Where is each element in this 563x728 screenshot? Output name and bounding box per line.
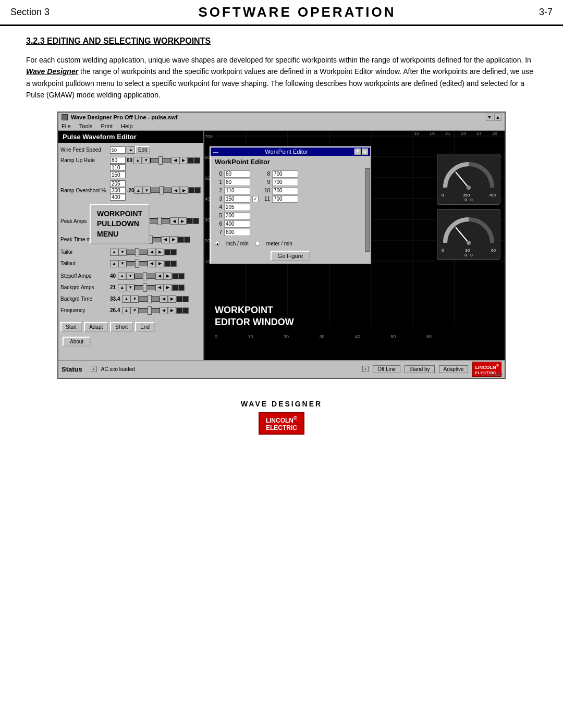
pwe-ros-up[interactable]: ▲ [134, 187, 142, 194]
footer-lincoln-badge: LINCOLN® ELECTRIC [259, 412, 305, 435]
menu-file[interactable]: File [62, 123, 71, 129]
wd-maximize-btn[interactable]: ▲ [494, 114, 501, 121]
pwe-ptms-right[interactable]: ▶ [169, 236, 178, 243]
pwe-stepoff-slider[interactable] [134, 274, 155, 279]
wpe-field-6[interactable]: 400 [224, 220, 250, 228]
pwe-pa-slider[interactable] [149, 218, 170, 224]
pwe-wfs-edit[interactable]: Edit [135, 146, 150, 154]
pwe-stepoff-dn[interactable]: ▼ [126, 273, 134, 280]
svg-line-22 [456, 227, 469, 243]
pwe-tailor-up[interactable]: ▲ [110, 249, 118, 256]
pwe-rur-dn[interactable]: ▼ [142, 157, 150, 164]
pwe-backamps-left[interactable]: ◀ [155, 284, 164, 291]
menu-help[interactable]: Help [121, 123, 133, 129]
pwe-pa-left[interactable]: ◀ [170, 217, 178, 225]
wpe-minimize-btn[interactable]: ▼ [354, 149, 361, 155]
pwe-backtime-slider[interactable] [139, 297, 160, 302]
pwe-row-wfs: Wire Feed Speed 50 ▲ Edit [58, 145, 203, 155]
pwe-stepoff-right[interactable]: ▶ [164, 273, 172, 280]
pwe-backtime-left[interactable]: ◀ [160, 295, 168, 303]
wpe-maximize-btn[interactable]: ▲ [362, 149, 368, 155]
pwe-stepoff-up[interactable]: ▲ [118, 273, 126, 280]
wd-titlebar-title: Wave Designer Pro Off Line - pulse.swf [71, 114, 177, 120]
pwe-freq-slider[interactable] [139, 308, 160, 313]
pwe-tailout-right[interactable]: ▶ [156, 260, 164, 267]
pwe-backtime-dn[interactable]: ▼ [130, 295, 139, 303]
btn-standby[interactable]: Stand by [405, 365, 434, 373]
wpe-field-3[interactable]: 150 [224, 195, 250, 203]
pwe-backamps-dn[interactable]: ▼ [126, 284, 134, 291]
pwe-freq-ind [176, 307, 182, 314]
page-footer: WAVE DESIGNER LINCOLN® ELECTRIC [26, 379, 537, 445]
btn-about[interactable]: About [63, 337, 91, 347]
pwe-backamps-slider[interactable] [134, 285, 155, 290]
wpe-radio-meter[interactable] [255, 241, 260, 246]
pwe-tailor-slider[interactable] [127, 250, 148, 255]
status-plus-icon2[interactable]: + [362, 366, 369, 372]
wpe-field-1[interactable]: 80 [224, 179, 250, 186]
wpe-field-0[interactable]: 80 [224, 170, 250, 178]
pwe-tailor-left[interactable]: ◀ [148, 249, 156, 256]
wpe-item-9: 9 700 [263, 178, 298, 187]
pwe-freq-up[interactable]: ▲ [122, 307, 130, 314]
wpe-field-7[interactable]: 600 [224, 229, 250, 236]
wpe-check-3[interactable]: ✓ [252, 196, 259, 202]
wpe-field-5[interactable]: 300 [224, 212, 250, 219]
pwe-tailor-dn[interactable]: ▼ [118, 249, 127, 256]
status-plus-icon[interactable]: + [91, 366, 97, 372]
wpe-field-8[interactable]: 700 [272, 170, 298, 178]
pwe-ros-dn[interactable]: ▼ [142, 187, 151, 194]
pwe-rur-up[interactable]: ▲ [133, 157, 142, 164]
btn-end[interactable]: End [135, 322, 155, 332]
content-area: 3.2.3 EDITING AND SELECTING WORKPOINTS F… [0, 26, 563, 455]
workpoint-pulldown-menu[interactable]: WORKPOINT PULLDOWN MENU [90, 204, 150, 245]
gauge-1-labels: 0 350 700 [439, 193, 498, 198]
pwe-tailout-left[interactable]: ◀ [148, 260, 156, 267]
wpe-radio-inch[interactable] [215, 241, 220, 246]
wpe-field-4[interactable]: 205 [224, 204, 250, 211]
btn-offline[interactable]: Off Line [373, 365, 400, 373]
btn-go-figure[interactable]: Go Figure [271, 251, 311, 261]
pwe-wfs-up[interactable]: ▲ [127, 146, 135, 154]
pwe-pa-right[interactable]: ▶ [178, 217, 187, 225]
pwe-tailout-up[interactable]: ▲ [110, 260, 118, 267]
pwe-ptms-left[interactable]: ◀ [161, 236, 169, 243]
pwe-rur-left[interactable]: ◀ [171, 157, 179, 164]
pwe-rur-slider[interactable] [150, 158, 171, 163]
pwe-freq-dn[interactable]: ▼ [130, 307, 139, 314]
pwe-freq-left[interactable]: ◀ [160, 307, 168, 314]
pwe-rur-right[interactable]: ▶ [179, 157, 188, 164]
pwe-stepoff-left[interactable]: ◀ [155, 273, 164, 280]
pwe-backtime-up[interactable]: ▲ [122, 295, 130, 303]
btn-start[interactable]: Start [60, 322, 82, 332]
gauge-2-min: 0 [442, 248, 444, 253]
pwe-ros-slider[interactable] [151, 188, 172, 193]
menu-print[interactable]: Print [101, 123, 113, 129]
btn-short[interactable]: Short [110, 322, 133, 332]
pwe-ros-right[interactable]: ▶ [180, 187, 188, 194]
pwe-backtime-right[interactable]: ▶ [168, 295, 176, 303]
wpe-scrollbar[interactable] [365, 168, 370, 252]
footer-title: WAVE DESIGNER [26, 400, 537, 408]
wpe-field-2[interactable]: 110 [224, 187, 250, 194]
pwe-wfs-dropdown[interactable]: 50 [110, 146, 126, 154]
btn-adapt[interactable]: Adapt [84, 322, 108, 332]
pwe-tailor-right[interactable]: ▶ [156, 249, 164, 256]
pwe-tailout-ind2 [170, 261, 177, 267]
wpe-overlay-line1: WORKPOINT [215, 304, 294, 316]
menu-tools[interactable]: Tools [79, 123, 93, 129]
pwe-freq-right[interactable]: ▶ [168, 307, 176, 314]
pwe-tailout-dn[interactable]: ▼ [118, 260, 127, 267]
pwe-backamps-right[interactable]: ▶ [164, 284, 172, 291]
wd-minimize-btn[interactable]: ▼ [486, 114, 493, 121]
pwe-title: Pulse Waveform Editor [58, 131, 203, 143]
wpe-left-col: 0 80 1 80 2 110 [215, 170, 259, 237]
pwe-backamps-up[interactable]: ▲ [118, 284, 126, 291]
btn-adaptive[interactable]: Adaptive [439, 365, 469, 373]
wpe-field-9[interactable]: 700 [272, 179, 298, 186]
pwe-tailout-slider[interactable] [127, 261, 148, 266]
pwe-ros-left[interactable]: ◀ [172, 187, 180, 194]
wpe-field-10[interactable]: 700 [272, 187, 298, 194]
svg-point-21 [467, 186, 471, 190]
wpe-field-11[interactable]: 700 [272, 195, 298, 203]
